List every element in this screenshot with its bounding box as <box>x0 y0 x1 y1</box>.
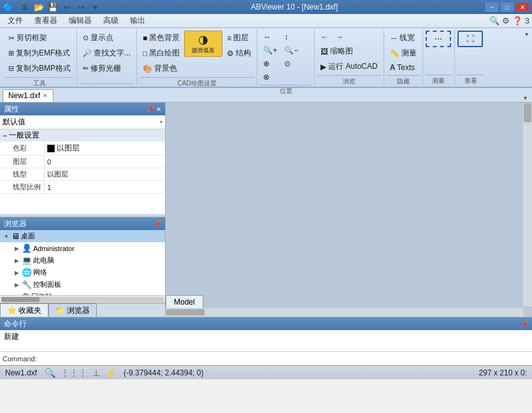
find-text-btn[interactable]: 🔎 查找文字... <box>80 46 134 61</box>
open-btn[interactable]: 📂 <box>32 1 45 13</box>
prop-dropdown-arrow: ▾ <box>160 119 162 125</box>
qa-dropdown[interactable]: ▾ <box>89 1 101 13</box>
tree-item-network[interactable]: ▶ 🌐 网络 <box>0 266 165 279</box>
tools-col: ✂ 剪切框架 ⊞ 复制为EMF格式 ⊟ 复制为BMP格式 <box>5 31 74 76</box>
new-file-btn[interactable]: 🗎 <box>18 1 31 13</box>
trim-raster-btn[interactable]: ✏ 修剪光栅 <box>80 61 134 76</box>
pos-btn-6[interactable]: ⊙ <box>281 57 301 70</box>
menu-file[interactable]: 文件 <box>3 14 28 27</box>
expand-icon[interactable]: ▶ <box>13 270 20 276</box>
copy-bmp-btn[interactable]: ⊟ 复制为BMP格式 <box>5 61 74 76</box>
menu-editor[interactable]: 编辑器 <box>64 14 97 27</box>
expand-icon[interactable]: ▶ <box>13 257 20 264</box>
autocad-icon: ▶ <box>320 62 326 71</box>
maximize-btn[interactable]: □ <box>500 2 514 12</box>
zoom-in-btn[interactable]: 🔍+ <box>260 44 280 57</box>
browse-col: ← → 🖼 缩略图 ▶ 运行 AutoCAD <box>317 31 380 74</box>
config-icon[interactable]: ⚙ <box>502 16 510 25</box>
line-width-btn[interactable]: ⸺ 线宽 <box>387 31 420 45</box>
extra-btn[interactable]: 3 <box>525 16 529 25</box>
folder-icon: 📁 <box>55 306 65 315</box>
smooth-arc-btn[interactable]: ◑ 圆滑弧形 <box>184 31 222 57</box>
tree-item-mypc[interactable]: ▶ 💻 此电脑 <box>0 254 165 266</box>
close-btn[interactable]: ✕ <box>515 2 529 12</box>
browser-tab-favorites[interactable]: ⭐ 收藏夹 <box>0 303 48 317</box>
copy-emf-btn[interactable]: ⊞ 复制为EMF格式 <box>5 46 74 61</box>
properties-icons: 📌 ✕ <box>147 106 161 113</box>
show-points-btn[interactable]: ⊙ 显示点 <box>80 31 134 45</box>
browser-tree: ▼ 🖥 桌面 ▶ 👤 Administrator ▶ 💻 此电脑 ▶ 🌐 <box>0 230 165 295</box>
hidden-col: ⸺ 线宽 📏 测量 A Texts <box>387 31 420 74</box>
help-icon[interactable]: 🔍 <box>489 16 500 25</box>
layer-icon: ≡ <box>227 34 231 43</box>
canvas-hscroll[interactable] <box>166 308 523 317</box>
structure-btn[interactable]: ⚙ 结构 <box>224 46 254 61</box>
bg-color-icon: 🎨 <box>143 64 152 73</box>
redo-btn[interactable]: ↪ <box>75 1 87 13</box>
expand-icon[interactable]: ▼ <box>3 233 10 240</box>
line-width-icon: ⸺ <box>390 34 398 43</box>
run-autocad-btn[interactable]: ▶ 运行 AutoCAD <box>317 59 380 74</box>
menu-advanced[interactable]: 高级 <box>98 14 124 27</box>
title-bar-left: 🔷 🗎 📂 💾 ↩ ↪ ▾ <box>3 1 104 13</box>
expand-icon[interactable]: ▶ <box>13 282 20 288</box>
bw-icon: □ <box>143 49 147 58</box>
command-output: 新建 <box>0 330 532 351</box>
canvas-vscroll[interactable] <box>523 103 532 307</box>
bw-draw-btn[interactable]: □ 黑白绘图 <box>140 46 183 61</box>
hidden-content: ⸺ 线宽 📏 测量 A Texts <box>387 31 420 75</box>
ribbon-group-view: ⊙ 显示点 🔎 查找文字... ✏ 修剪光栅 <box>77 29 137 85</box>
prev-btn[interactable]: ← <box>317 31 331 43</box>
next-btn[interactable]: → <box>333 31 347 43</box>
save-btn[interactable]: 💾 <box>47 1 59 13</box>
pos-btn-7[interactable]: ⊗ <box>260 71 301 83</box>
canvas-tab-model[interactable]: Model <box>166 295 203 308</box>
browser-pin-icon[interactable]: 📌 <box>154 221 161 228</box>
black-bg-icon: ■ <box>143 34 147 43</box>
title-bar: 🔷 🗎 📂 💾 ↩ ↪ ▾ ABViewer 10 - [New1.dxf] −… <box>0 0 532 14</box>
texts-btn[interactable]: A Texts <box>387 61 420 74</box>
bg-color-btn[interactable]: 🎨 背景色 <box>140 61 183 76</box>
command-input[interactable] <box>37 355 529 363</box>
position-label: 位置 <box>260 85 312 96</box>
question-icon[interactable]: ❓ <box>512 16 522 25</box>
pos-btn-5[interactable]: ⊕ <box>260 57 280 70</box>
fullscreen-btn[interactable]: ⛶ <box>457 31 483 47</box>
ribbon-group-view-right: ⛶ 查看 <box>455 29 487 85</box>
canvas-area[interactable]: Model <box>166 103 532 317</box>
menu-viewer[interactable]: 查看器 <box>29 14 62 27</box>
zoom-out-btn[interactable]: 🔍− <box>281 44 301 57</box>
tree-item-admin[interactable]: ▶ 👤 Administrator <box>0 242 165 254</box>
browser-tab-browser[interactable]: 📁 浏览器 <box>48 303 97 317</box>
thumbnail-btn[interactable]: 🖼 缩略图 <box>317 44 380 59</box>
measure-dotted-btn[interactable]: ⋯ <box>426 31 451 47</box>
copy-bmp-icon: ⊟ <box>8 64 14 73</box>
pos-btn-1[interactable]: ↔ <box>260 31 280 43</box>
prop-section-general[interactable]: − 一般设置 <box>0 129 165 141</box>
tree-item-desktop[interactable]: ▼ 🖥 桌面 <box>0 230 165 242</box>
prop-close-icon[interactable]: ✕ <box>156 106 161 113</box>
prop-selector[interactable]: 默认值 ▾ <box>0 115 165 129</box>
black-bg-btn[interactable]: ■ 黑色背景 <box>140 31 183 45</box>
browser-hscroll[interactable] <box>0 295 165 303</box>
undo-btn[interactable]: ↩ <box>61 1 73 13</box>
pos-btn-2[interactable]: ↕ <box>281 31 301 43</box>
prop-pin-icon[interactable]: 📌 <box>147 106 154 113</box>
expand-icon[interactable]: ▶ <box>13 245 20 252</box>
tree-item-recycle[interactable]: ▶ 🗑 回收站 <box>0 291 165 295</box>
layer-btn[interactable]: ≡ 图层 <box>224 31 254 45</box>
doc-tab-new1[interactable]: New1.dxf ✕ <box>3 89 54 102</box>
measure-btn-1[interactable]: 📏 测量 <box>387 46 420 61</box>
ribbon-group-position: ↔ ↕ 🔍+ 🔍− ⊕ ⊙ ⊗ 位置 <box>257 29 315 85</box>
view-label <box>80 83 134 85</box>
cut-frame-btn[interactable]: ✂ 剪切框架 <box>5 31 74 45</box>
prop-val-color: 以图层 <box>45 141 165 155</box>
minimize-btn[interactable]: − <box>485 2 499 12</box>
ribbon-dropdown-icon[interactable]: ▾ <box>525 31 528 38</box>
computer-icon: 💻 <box>22 256 32 265</box>
tab-scroll-icon[interactable]: ▾ <box>521 93 529 103</box>
cmd-pin-icon[interactable]: 📌 <box>521 321 528 328</box>
tree-item-controlpanel[interactable]: ▶ 🔧 控制面板 <box>0 279 165 291</box>
tab-close-btn[interactable]: ✕ <box>43 92 48 99</box>
menu-output[interactable]: 输出 <box>125 14 150 27</box>
